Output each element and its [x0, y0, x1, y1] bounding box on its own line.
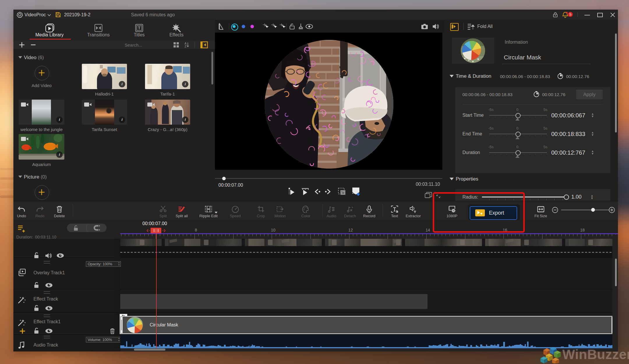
svg-text:Z: Z: [185, 45, 186, 48]
svg-text:T: T: [138, 26, 141, 30]
